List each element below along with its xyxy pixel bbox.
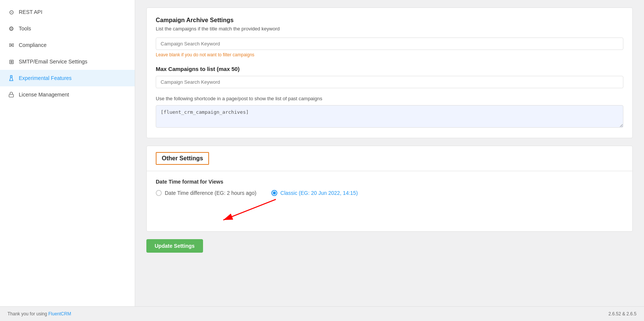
campaign-keyword-input[interactable] (156, 38, 623, 50)
campaign-archive-title: Campaign Archive Settings (156, 17, 623, 24)
footer-text: Thank you for using (8, 311, 48, 316)
footer-thank-you: Thank you for using FluentCRM (8, 311, 71, 316)
svg-line-3 (223, 199, 276, 220)
other-settings-card: Other Settings Date Time format for View… (146, 146, 633, 232)
campaign-archive-subtitle: List the campaigns if the title match th… (156, 26, 623, 32)
radio-option-difference[interactable]: Date Time difference (EG: 2 hours ago) (156, 190, 256, 196)
other-settings-title: Other Settings (162, 155, 203, 161)
experimental-icon (8, 74, 15, 82)
sidebar-item-compliance[interactable]: ✉ Compliance (0, 37, 135, 53)
radio-option-classic[interactable]: Classic (EG: 20 Jun 2022, 14:15) (271, 190, 358, 196)
radio-circle-difference[interactable] (156, 190, 162, 196)
shortcode-textarea[interactable]: [fluent_crm_campaign_archives] (156, 105, 623, 128)
sidebar-item-label: REST API (19, 9, 42, 15)
sidebar-item-label: Tools (19, 26, 31, 32)
shortcode-description: Use the following shortcode in a page/po… (156, 96, 623, 101)
svg-rect-1 (9, 94, 14, 97)
other-settings-header: Other Settings (147, 146, 632, 171)
update-settings-button[interactable]: Update Settings (146, 239, 203, 253)
sidebar-item-label: SMTP/Email Service Settings (19, 59, 87, 65)
max-campaigns-label: Max Campaigns to list (max 50) (156, 66, 623, 72)
smtp-icon: ⊞ (8, 58, 15, 65)
main-content: Campaign Archive Settings List the campa… (135, 0, 644, 306)
keyword-help-text: Leave blank if you do not want to filter… (156, 52, 623, 57)
sidebar-item-license[interactable]: License Management (0, 86, 135, 103)
sidebar-item-label: Experimental Features (19, 75, 72, 81)
other-settings-body: Date Time format for Views Date Time dif… (147, 171, 632, 231)
footer-version: 2.6.52 & 2.6.5 (608, 311, 636, 316)
footer-brand-link[interactable]: FluentCRM (48, 311, 71, 316)
sidebar-item-smtp[interactable]: ⊞ SMTP/Email Service Settings (0, 53, 135, 70)
other-settings-title-box: Other Settings (156, 152, 209, 165)
sidebar-item-label: License Management (19, 92, 69, 98)
tools-icon: ⚙ (8, 25, 15, 32)
datetime-format-label: Date Time format for Views (156, 179, 623, 185)
footer: Thank you for using FluentCRM 2.6.52 & 2… (0, 306, 644, 321)
radio-label-difference: Date Time difference (EG: 2 hours ago) (165, 190, 256, 196)
radio-label-classic: Classic (EG: 20 Jun 2022, 14:15) (280, 190, 358, 196)
license-icon (8, 91, 15, 98)
sidebar: ⊙ REST API ⚙ Tools ✉ Compliance ⊞ SMTP/E… (0, 0, 135, 306)
campaign-archive-card: Campaign Archive Settings List the campa… (146, 8, 633, 138)
radio-group-datetime: Date Time difference (EG: 2 hours ago) C… (156, 190, 623, 196)
sidebar-item-tools[interactable]: ⚙ Tools (0, 20, 135, 37)
rest-api-icon: ⊙ (8, 8, 15, 16)
arrow-annotation (156, 197, 623, 224)
max-campaigns-input[interactable] (156, 76, 623, 88)
radio-circle-classic[interactable] (271, 190, 277, 196)
annotation-arrow-svg (156, 197, 343, 224)
compliance-icon: ✉ (8, 41, 15, 49)
sidebar-item-experimental[interactable]: Experimental Features (0, 70, 135, 86)
sidebar-item-rest-api[interactable]: ⊙ REST API (0, 4, 135, 20)
sidebar-item-label: Compliance (19, 42, 47, 48)
